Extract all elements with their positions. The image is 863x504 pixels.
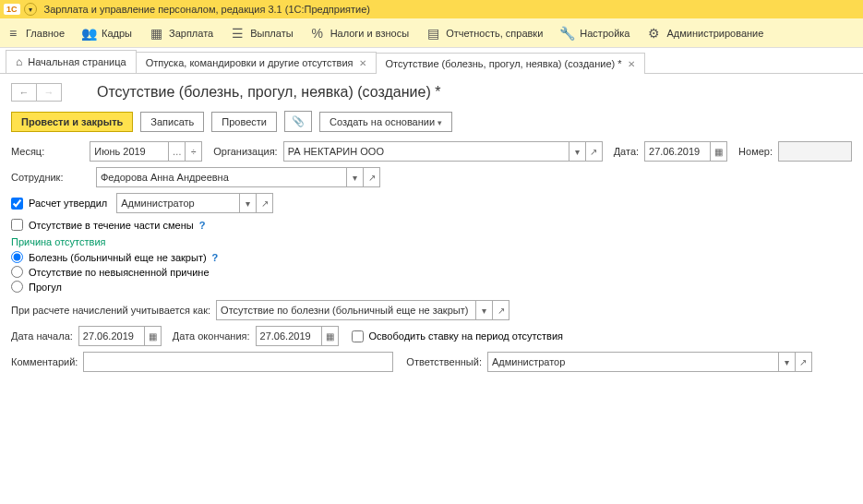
reason-unknown[interactable]: Отсутствие по невыясненной причине xyxy=(11,266,852,278)
calendar-icon: ▦ xyxy=(149,26,163,41)
reason-unknown-radio[interactable] xyxy=(11,266,23,278)
menu-main[interactable]: ≡Главное xyxy=(6,26,65,41)
paperclip-icon: 📎 xyxy=(292,115,305,126)
tab-absence-create[interactable]: Отсутствие (болезнь, прогул, неявка) (со… xyxy=(376,53,645,74)
shift-part-check-input[interactable] xyxy=(11,219,23,231)
comment-input[interactable] xyxy=(83,352,393,372)
dropdown-icon[interactable]: ▾ xyxy=(476,300,493,320)
menu-payments[interactable]: ☰Выплаты xyxy=(230,26,293,41)
date-input[interactable] xyxy=(644,141,711,162)
menu-admin[interactable]: ⚙Администрирование xyxy=(646,26,763,41)
release-rate-label: Освободить ставку на период отсутствия xyxy=(369,330,563,342)
open-icon[interactable]: ↗ xyxy=(586,141,603,162)
approved-check-input[interactable] xyxy=(11,198,23,210)
tab-absences-list[interactable]: Отпуска, командировки и другие отсутстви… xyxy=(136,52,377,73)
help-icon[interactable]: ? xyxy=(212,252,219,263)
dropdown-icon[interactable]: ▾ xyxy=(347,167,364,187)
month-input[interactable] xyxy=(90,141,169,162)
calc-as-input[interactable] xyxy=(216,300,476,320)
comment-field xyxy=(83,352,393,372)
attach-button[interactable]: 📎 xyxy=(284,111,312,132)
command-bar: Провести и закрыть Записать Провести 📎 С… xyxy=(0,107,863,141)
gear-icon: ⚙ xyxy=(646,26,661,41)
open-icon[interactable]: ↗ xyxy=(364,167,380,187)
employee-input[interactable] xyxy=(96,167,347,187)
form-body: Месяц: … ÷ Организация: ▾ ↗ Дата: ▦ Номе… xyxy=(0,141,863,372)
people-icon: 👥 xyxy=(81,26,96,41)
titlebar-dropdown[interactable]: ▾ xyxy=(24,3,37,16)
month-label: Месяц: xyxy=(11,146,84,157)
approved-label: Расчет утвердил xyxy=(29,198,107,209)
calendar-icon[interactable]: ▦ xyxy=(711,141,727,162)
number-field xyxy=(778,141,852,162)
create-based-button[interactable]: Создать на основании xyxy=(319,112,452,132)
tab-bar: ⌂Начальная страница Отпуска, командировк… xyxy=(0,48,863,74)
responsible-label: Ответственный: xyxy=(406,356,482,367)
back-button[interactable]: ← xyxy=(11,83,37,102)
org-field: ▾ ↗ xyxy=(283,141,603,162)
select-icon[interactable]: … xyxy=(169,141,186,162)
reason-section-title: Причина отсутствия xyxy=(11,236,852,247)
stepper-icon[interactable]: ÷ xyxy=(186,141,202,162)
open-icon[interactable]: ↗ xyxy=(796,352,812,372)
reason-truancy-radio[interactable] xyxy=(11,281,23,293)
date-end-field: ▦ xyxy=(256,326,339,346)
menu-personnel[interactable]: 👥Кадры xyxy=(81,26,132,41)
org-input[interactable] xyxy=(283,141,569,162)
employee-label: Сотрудник: xyxy=(11,172,90,183)
approver-input[interactable] xyxy=(116,193,240,213)
menu-salary[interactable]: ▦Зарплата xyxy=(149,26,213,41)
menu-reports[interactable]: ▤Отчетность, справки xyxy=(426,26,543,41)
window-title: Зарплата и управление персоналом, редакц… xyxy=(41,4,370,15)
app-logo: 1C xyxy=(4,4,20,15)
help-icon[interactable]: ? xyxy=(199,220,206,231)
open-icon[interactable]: ↗ xyxy=(493,300,509,320)
date-label: Дата: xyxy=(614,146,639,157)
shift-part-label: Отсутствие в течение части смены xyxy=(29,220,194,231)
open-icon[interactable]: ↗ xyxy=(257,193,273,213)
menu-icon: ≡ xyxy=(6,26,20,41)
save-button[interactable]: Записать xyxy=(140,112,204,132)
post-button[interactable]: Провести xyxy=(211,112,277,132)
calendar-icon[interactable]: ▦ xyxy=(322,326,339,346)
window-titlebar: 1C ▾ Зарплата и управление персоналом, р… xyxy=(0,0,863,18)
date-start-field: ▦ xyxy=(78,326,162,346)
dropdown-icon[interactable]: ▾ xyxy=(569,141,586,162)
date-field: ▦ xyxy=(644,141,727,162)
percent-icon: % xyxy=(310,26,325,41)
menu-settings[interactable]: 🔧Настройка xyxy=(559,26,629,41)
org-label: Организация: xyxy=(213,146,277,157)
employee-field: ▾ ↗ xyxy=(96,167,380,187)
release-rate-check-input[interactable] xyxy=(352,330,364,342)
main-menu: ≡Главное 👥Кадры ▦Зарплата ☰Выплаты %Нало… xyxy=(0,18,863,48)
reason-illness[interactable]: Болезнь (больничный еще не закрыт) ? xyxy=(11,251,852,263)
date-end-input[interactable] xyxy=(256,326,322,346)
reason-truancy[interactable]: Прогул xyxy=(11,281,852,293)
tab-home[interactable]: ⌂Начальная страница xyxy=(6,50,137,73)
doc-icon: ▤ xyxy=(426,26,440,41)
calendar-icon[interactable]: ▦ xyxy=(145,326,162,346)
dropdown-icon[interactable]: ▾ xyxy=(779,352,796,372)
nav-row: ← → Отсутствие (болезнь, прогул, неявка)… xyxy=(0,74,863,107)
wallet-icon: ☰ xyxy=(230,26,245,41)
reason-illness-radio[interactable] xyxy=(11,251,23,263)
date-end-label: Дата окончания: xyxy=(173,330,250,342)
dropdown-icon[interactable]: ▾ xyxy=(240,193,257,213)
number-input[interactable] xyxy=(778,141,852,162)
close-icon[interactable]: ✕ xyxy=(359,58,366,68)
calc-as-label: При расчете начислений учитывается как: xyxy=(11,305,210,316)
comment-label: Комментарий: xyxy=(11,356,78,367)
post-and-close-button[interactable]: Провести и закрыть xyxy=(11,112,133,132)
close-icon[interactable]: ✕ xyxy=(628,59,635,69)
calc-as-field: ▾ ↗ xyxy=(216,300,509,320)
date-start-input[interactable] xyxy=(78,326,145,346)
wrench-icon: 🔧 xyxy=(559,26,574,41)
date-start-label: Дата начала: xyxy=(11,330,73,342)
responsible-field: ▾ ↗ xyxy=(487,352,812,372)
release-rate-checkbox[interactable]: Освободить ставку на период отсутствия xyxy=(352,330,563,342)
menu-taxes[interactable]: %Налоги и взносы xyxy=(310,26,410,41)
forward-button[interactable]: → xyxy=(36,83,62,102)
approved-checkbox[interactable]: Расчет утвердил xyxy=(11,198,107,210)
shift-part-checkbox[interactable]: Отсутствие в течение части смены xyxy=(11,219,194,231)
responsible-input[interactable] xyxy=(487,352,779,372)
